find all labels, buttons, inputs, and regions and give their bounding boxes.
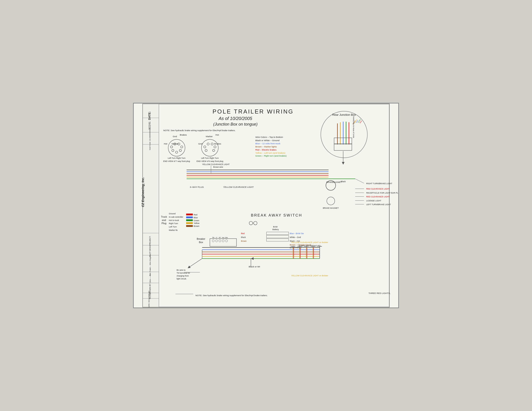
6way-turns: Left Turn Right Turn [201,157,219,159]
last-rev: LAST REV. DATE: 03/14/2008 RC [148,291,150,308]
wire-color-6: Green – Right turn (and brakes) [255,155,287,157]
plug-label: Plug [162,222,167,225]
brown-wire-label: Brown wire [213,166,223,168]
red-clearance-2: RED CLEARANCE LIGHT [366,196,390,198]
brake-magnet-label1: BRAKE [326,181,333,183]
yellow-bolster: YELLOW CLEARANCE LIGHT on Bolster [291,241,328,244]
company-name: CZ Engineering, Inc. [141,177,145,207]
svg-rect-47 [186,214,193,215]
baw-red: Red [241,232,245,235]
6way-gnd: Gnd [198,143,202,145]
black-label: Black [341,180,346,183]
6way-hot: Hot [215,134,219,136]
block-label: Block (or White for Hyd Brakes) [353,116,354,138]
svg-rect-48 [186,217,193,218]
bn-wire-2: TM terminal for [177,272,190,274]
wire-color-3: Brown – Marker lights [255,146,277,148]
tm-label: TM [212,237,214,238]
right-turn-brake: RIGHT TURN/BRAKE LIGHT [366,183,392,185]
truck-green: Green [194,219,199,222]
wire-colors-title: Wire Colors – Top to Bottom [255,136,283,138]
truck-controller: In-cab controller [169,216,183,218]
break-away-title: BREAK AWAY SWITCH [251,213,302,218]
black-or-wt: Black or Wt [249,265,260,268]
7way-brakes: Brakes [180,134,187,136]
left-turn-brake: LEFT TURN/BRAKE LIGHT [366,203,391,206]
wire-color-1: Black or White – Ground [255,139,279,142]
truck-hot: Hot to truck [169,219,179,221]
license-light: LICENSE LIGHT [366,200,381,202]
bn-wire-3: charging from [177,275,189,277]
yellow-clearance-top: YELLOW CLEARANCE LIGHT [202,163,230,165]
truck-right: Right Turn [169,222,178,225]
subtitle-date: As of 10/20/2005 [218,116,252,121]
wire-color-4: Red – Electric brakes [255,148,276,151]
rt-label: RT [219,237,221,238]
brake-magnet-label2: MAGNET [333,181,342,183]
truck-red: Red [194,214,197,216]
truck-yellow: Yellow [194,222,200,224]
6way-marker: Marker [206,135,213,137]
hot-label: Hot [222,237,224,238]
svg-rect-50 [186,222,193,224]
truck-marker: Marker lts [169,229,178,231]
subtitle-junction: (Junction Box on tongue) [213,122,258,127]
bn-wire-1: Bn wire to [177,269,186,271]
6way-plug-label: 6–WAY PLUG [190,186,204,188]
baw-gnd: White – Gnd [290,236,301,238]
truck-ground: Ground [169,212,175,215]
breaker-box-label2: Box [199,241,203,244]
6way-end-view: END VIEW of 6 way front plug [197,160,223,162]
baw-battery: BAW [273,226,278,228]
bottom-note: NOTE: See hydraulic brake wiring supplem… [196,294,268,297]
receptacle-label: RECEPTACLE FOR LIGHT BAR PLUG [366,192,398,194]
yellow-clearance-bottom: YELLOW CLEARANCE LIGHT [223,186,254,188]
7way-hot: Hot [164,143,167,145]
truck-left: Left Turn [169,226,177,228]
wire-color-5: Yellow – Left turn (and brakes) [255,152,285,154]
svg-rect-49 [186,219,193,221]
wire-d: Wire——D [149,274,151,283]
wire-diagram: Pole Trailer – Wire Diagram [149,254,151,276]
yellow-bolster-2: YELLOW CLEARANCE LIGHT on Bolster [291,274,328,277]
project-label: PROJECT: [149,236,151,246]
date-label: DATE: [148,111,151,120]
wire-color-2: Blue – 12 volts from truck [255,142,280,145]
scale-label: Insert Scale: 110.000000000000 [149,128,151,150]
baw-sw: Blue – BAW Sw [290,232,304,235]
baw-black: Black [241,236,246,238]
main-title: POLE TRAILER WIRING [213,108,294,115]
7way-gnd: Gnd [173,135,177,137]
brake-magnet-2-label: BRAKE MAGNET [323,207,339,209]
7way-end-view: END VIEW of 7 way front plug [163,160,190,162]
junction-box-title: Rear Junction Box [332,113,356,116]
7way-label: Left Turn Right Turn [168,157,186,159]
baw-battery2: Battery [272,228,279,231]
top-note: NOTE: See hydraulic brake wiring supplem… [163,129,236,132]
truck-blue: Blue [194,217,198,219]
6way-receptacles: 6–WAY RECEPTACLES [299,245,321,247]
truck-label: Truck [161,215,167,218]
truck-brown: Brown [194,225,199,227]
brk-label: Brk [225,237,228,238]
three-red: THREE RED LIGHTS, [368,292,390,294]
breaker-box-label: Breaker [197,237,205,240]
red-clearance-1: RED CLEARANCE LIGHT [366,188,390,190]
baw-brown: Brown [241,240,247,242]
svg-rect-51 [186,225,193,227]
lt-label: LT [216,237,218,238]
bn-wire-4: light circuit. [177,278,187,280]
end-label: end [162,219,166,221]
main-page: DATE: 7/22/91 Insert Scale: 110.00000000… [133,103,399,308]
